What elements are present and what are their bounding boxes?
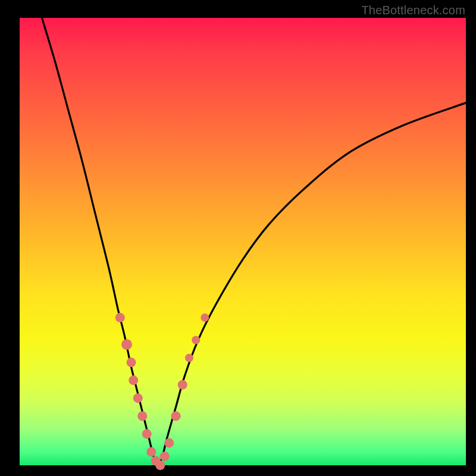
datapoint-marker — [146, 447, 156, 456]
datapoint-marker — [178, 380, 187, 390]
datapoint-marker — [133, 393, 143, 403]
datapoint-marker — [121, 339, 132, 350]
chart-frame: TheBottleneck.com — [0, 0, 476, 476]
datapoint-marker — [171, 411, 181, 421]
bottleneck-curve — [42, 18, 466, 465]
datapoint-marker — [192, 336, 200, 344]
datapoint-marker — [137, 411, 147, 421]
datapoint-marker — [164, 438, 174, 447]
datapoint-marker — [127, 358, 136, 367]
datapoint-marker — [185, 354, 193, 362]
datapoint-marker — [142, 429, 152, 439]
datapoint-marker — [115, 313, 125, 322]
datapoint-markers — [115, 313, 209, 470]
watermark-text: TheBottleneck.com — [361, 4, 465, 17]
curve-layer — [20, 18, 466, 465]
datapoint-marker — [129, 375, 138, 385]
datapoint-marker — [201, 314, 209, 322]
plot-area — [20, 18, 466, 465]
datapoint-marker — [155, 461, 165, 470]
datapoint-marker — [160, 452, 170, 461]
